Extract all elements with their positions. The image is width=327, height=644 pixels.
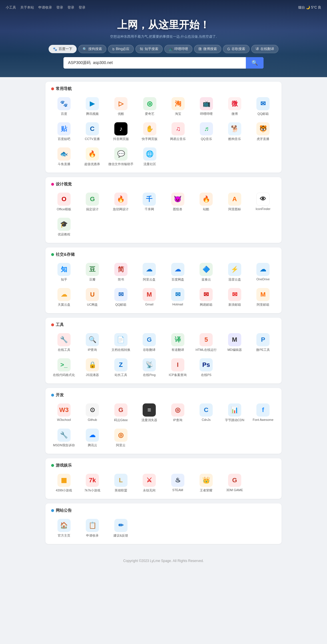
icon-item[interactable]: 📺哔哩哔哩 — [194, 95, 219, 118]
icon-item[interactable]: ☁百度网盘 — [165, 261, 191, 283]
nav-login2[interactable]: 登录 — [67, 5, 74, 10]
icon-item[interactable]: 🐾百度 — [51, 95, 77, 118]
icon-item[interactable]: OOffice模板 — [51, 191, 77, 213]
icon-item[interactable]: ▷优酷 — [108, 95, 134, 118]
icon-item[interactable]: ⚔永劫无间 — [137, 472, 162, 494]
icon-item[interactable]: 🐟斗鱼直播 — [51, 146, 77, 168]
icon-item[interactable]: 😈图怪兽 — [165, 191, 191, 213]
icon-item[interactable]: CCCTV直播 — [79, 121, 105, 143]
icon-item[interactable]: ✉新浪邮箱 — [222, 286, 248, 309]
icon-box: ◎ — [171, 403, 184, 417]
icon-item[interactable]: ✉QQ邮箱 — [250, 95, 276, 118]
icon-item[interactable]: CCdnJs — [194, 402, 219, 424]
icon-item[interactable]: 📋申请收录 — [80, 517, 105, 539]
nav-tools[interactable]: 小工具 — [6, 5, 16, 10]
icon-item[interactable]: MGmail — [137, 286, 162, 309]
icon-item[interactable]: W3W3school — [51, 402, 77, 424]
nav-submit[interactable]: 申请收录 — [38, 5, 52, 10]
icon-item[interactable]: ✋快手网页版 — [137, 121, 162, 143]
icon-item[interactable]: 👁IconFinder — [250, 191, 276, 213]
icon-item[interactable]: L英雄联盟 — [108, 472, 134, 494]
hero-subtitle: 空想这种东西用不着力气,把重要的事摆在一边,什么也没做,当然空虚了. — [0, 34, 327, 39]
icon-item[interactable]: 知知乎 — [51, 261, 77, 283]
icon-item[interactable]: ◎阿里云 — [108, 427, 134, 449]
icon-item[interactable]: ✏建议&反馈 — [108, 517, 134, 539]
icon-item[interactable]: MMD编辑器 — [222, 331, 248, 354]
icon-item[interactable]: P微PE工具 — [250, 331, 276, 354]
icon-item[interactable]: G3DM GAME — [222, 472, 248, 494]
icon-item[interactable]: ♨STEAM — [165, 472, 191, 494]
icon-item[interactable]: 千千库网 — [137, 191, 162, 213]
nav-login3[interactable]: 登录 — [79, 5, 85, 10]
icon-item[interactable]: ✉Hotmail — [165, 286, 191, 309]
icon-item[interactable]: 🌐流量社区 — [137, 146, 162, 168]
icon-item[interactable]: 🏠官方主页 — [51, 517, 77, 539]
icon-item[interactable]: ✉网易邮箱 — [194, 286, 219, 309]
search-button[interactable]: 🔍 — [246, 57, 264, 69]
icon-item[interactable]: 💬微信文件传输助手 — [108, 146, 134, 168]
icon-item[interactable]: 🔧MSDN我告诉你 — [51, 427, 77, 449]
icon-item[interactable]: ☁天翼云盘 — [51, 286, 77, 309]
icon-item[interactable]: 🔥站酷 — [194, 191, 219, 213]
search-tab-zhihu[interactable]: 知知乎搜索 — [135, 45, 163, 53]
icon-item[interactable]: Ps在线PS — [194, 357, 219, 379]
icon-item[interactable]: IICP备案查询 — [165, 357, 191, 379]
icon-item[interactable]: G搞定设计 — [80, 191, 105, 213]
icon-item[interactable]: ◎爱奇艺 — [137, 95, 162, 118]
icon-item[interactable]: ◎IP查询 — [165, 402, 191, 424]
icon-item[interactable]: 📡在线Ping — [137, 357, 162, 379]
icon-item[interactable]: 简简书 — [108, 261, 134, 283]
search-input[interactable]: ASP300源码 asp300.net — [63, 57, 246, 69]
icon-item[interactable]: UUC网盘 — [80, 286, 105, 309]
search-tab-sougou[interactable]: 🔍搜狗搜索 — [78, 45, 106, 53]
nav-about[interactable]: 关于本站 — [20, 5, 34, 10]
icon-item[interactable]: 🎓优设教程 — [51, 216, 77, 238]
icon-item[interactable]: ♬QQ音乐 — [194, 121, 219, 143]
icon-item[interactable]: ≡流量消失器 — [137, 402, 162, 424]
icon-box: ≡ — [143, 403, 156, 417]
icon-item[interactable]: 豆豆瓣 — [80, 261, 105, 283]
icon-item[interactable]: ☁腾讯云 — [80, 427, 105, 449]
search-tab-weibo[interactable]: 微微博搜索 — [194, 45, 221, 53]
icon-item[interactable]: G谷歌翻译 — [137, 331, 162, 354]
icon-item[interactable]: Z站长工具 — [108, 357, 134, 379]
icon-item[interactable]: ▶腾讯视频 — [79, 95, 105, 118]
search-tab-pingpingtie[interactable]: 📺哔哩哔哩 — [164, 45, 192, 53]
icon-item[interactable]: M阿里邮箱 — [250, 286, 276, 309]
icon-item[interactable]: ☁OneDrive — [250, 261, 276, 283]
icon-item[interactable]: G码云Gitee — [108, 402, 134, 424]
icon-item[interactable]: 🔥超值优惠券 — [79, 146, 105, 168]
icon-item[interactable]: 🐕酷狗音乐 — [222, 121, 248, 143]
search-tab-bing[interactable]: bBing必应 — [108, 45, 134, 53]
icon-item[interactable]: 🔷蓝奏云 — [194, 261, 219, 283]
nav-login1[interactable]: 登录 — [56, 5, 63, 10]
icon-item[interactable]: ✉QQ邮箱 — [108, 286, 134, 309]
icon-item[interactable]: 微微博 — [222, 95, 248, 118]
icon-item[interactable]: 👑王者荣耀 — [194, 472, 219, 494]
icon-item[interactable]: 译有道翻译 — [165, 331, 191, 354]
icon-item[interactable]: 🔥急切网设计 — [108, 191, 134, 213]
icon-item[interactable]: ☁阿里云盘 — [137, 261, 162, 283]
icon-item[interactable]: 🔒JS混淆器 — [80, 357, 105, 379]
icon-item[interactable]: ♪抖音网页版 — [108, 121, 134, 143]
icon-item[interactable]: 🔍IP查询 — [80, 331, 105, 354]
icon-item[interactable]: 🐯虎牙直播 — [250, 121, 276, 143]
icon-item[interactable]: 5HTML在线运行 — [194, 331, 219, 354]
icon-item[interactable]: 📄文档在线转换 — [108, 331, 134, 354]
icon-item[interactable]: ▦4399小游戏 — [51, 472, 77, 494]
icon-label: 王者荣耀 — [200, 488, 212, 493]
icon-item[interactable]: >_在线代码格式化 — [51, 357, 77, 379]
icon-item[interactable]: 7k7k7k小游戏 — [80, 472, 105, 494]
icon-item[interactable]: fFont Awesome — [250, 402, 276, 424]
icon-item[interactable]: ⊙Github — [80, 402, 105, 424]
search-tab-translate[interactable]: 译在线翻译 — [251, 45, 278, 53]
search-tab-google[interactable]: G谷歌搜索 — [223, 45, 249, 53]
icon-item[interactable]: 📊字节跳动CDN — [222, 402, 248, 424]
icon-item[interactable]: 贴百度贴吧 — [51, 121, 77, 143]
icon-item[interactable]: 🔧在线工具 — [51, 331, 77, 354]
icon-item[interactable]: ♫网易云音乐 — [165, 121, 191, 143]
search-tab-baidu[interactable]: 🐾百度一下 — [49, 45, 77, 53]
icon-item[interactable]: ⚡迅雷云盘 — [222, 261, 248, 283]
icon-item[interactable]: 淘淘宝 — [165, 95, 191, 118]
icon-item[interactable]: A阿里图标 — [222, 191, 248, 213]
